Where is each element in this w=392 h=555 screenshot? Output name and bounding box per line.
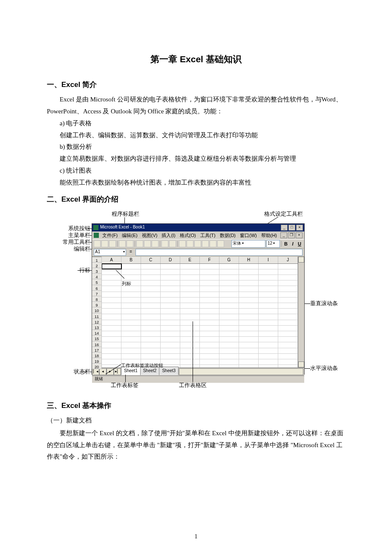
column-header[interactable]: I [259,257,278,263]
cell[interactable] [102,275,121,280]
cell[interactable] [200,331,219,336]
cell[interactable] [121,354,141,359]
undo-button[interactable] [161,240,168,247]
cell[interactable] [161,292,180,297]
cell[interactable] [239,275,259,280]
cell[interactable] [259,269,278,275]
cell[interactable] [180,359,200,364]
cell[interactable] [141,326,161,331]
save-button[interactable] [109,240,116,247]
cell[interactable] [200,269,219,275]
cell[interactable] [219,365,239,367]
cell[interactable] [200,298,219,303]
cell[interactable] [121,269,141,275]
cell[interactable] [102,309,121,314]
cell[interactable] [180,326,200,331]
sort-desc-button[interactable] [202,240,209,247]
row-header[interactable]: 19 [92,358,101,364]
row-header[interactable]: 8 [92,296,101,302]
cell[interactable] [180,348,200,353]
cell[interactable] [161,354,180,359]
cell[interactable] [161,348,180,353]
menu-view[interactable]: 视图(V) [140,231,159,240]
cell[interactable] [200,354,219,359]
cell[interactable] [219,314,239,319]
cell[interactable] [259,298,278,303]
cell[interactable] [161,342,180,347]
cell[interactable] [239,314,259,319]
cell[interactable] [141,275,161,280]
row-header[interactable]: 13 [92,324,101,330]
cell[interactable] [200,314,219,319]
cell[interactable] [102,298,121,303]
chart-button[interactable] [210,240,216,247]
cell-grid[interactable] [102,264,298,367]
cell[interactable] [259,342,278,347]
cell[interactable] [102,348,121,353]
cell[interactable] [239,280,259,286]
cell[interactable] [180,280,200,286]
row-header[interactable]: 9 [92,302,101,307]
cell[interactable] [239,365,259,367]
cell[interactable] [259,337,278,342]
close-button[interactable]: × [296,225,303,231]
cell[interactable] [200,309,219,314]
cell[interactable] [141,331,161,336]
cell[interactable] [141,298,161,303]
column-header[interactable]: C [141,257,161,263]
doc-minimize-button[interactable]: _ [280,232,287,238]
cell[interactable] [278,354,298,359]
cell[interactable] [141,337,161,342]
cell[interactable] [278,280,298,286]
copy-button[interactable] [144,240,151,247]
cell[interactable] [239,326,259,331]
cell[interactable] [239,354,259,359]
cell[interactable] [102,326,121,331]
cell[interactable] [180,320,200,325]
cell[interactable] [180,303,200,308]
cell[interactable] [180,269,200,275]
menu-format[interactable]: 格式(O) [178,231,198,240]
cell[interactable] [141,342,161,347]
column-header[interactable]: J [278,257,298,263]
cell[interactable] [278,269,298,275]
cell[interactable] [200,292,219,297]
horizontal-scrollbar[interactable] [179,368,303,375]
cell[interactable] [141,264,161,269]
cell[interactable] [278,331,298,336]
cell[interactable] [239,320,259,325]
cell[interactable] [239,298,259,303]
cell[interactable] [102,359,121,364]
row-header[interactable]: 1 [92,257,101,263]
cell[interactable] [278,303,298,308]
cell[interactable] [200,337,219,342]
cell[interactable] [259,292,278,297]
cell[interactable] [239,348,259,353]
cell[interactable] [219,342,239,347]
maximize-button[interactable]: □ [288,225,295,231]
underline-button[interactable]: U [297,240,303,247]
cell[interactable] [180,365,200,367]
cell[interactable] [219,337,239,342]
row-header[interactable]: 18 [92,353,101,358]
cell[interactable] [180,264,200,269]
cell[interactable] [259,264,278,269]
formula-input[interactable] [135,249,303,256]
cell[interactable] [102,303,121,308]
cell[interactable] [102,280,121,286]
cell[interactable] [161,314,180,319]
name-box[interactable]: A1 ▾ [94,249,126,256]
cell[interactable] [239,342,259,347]
cell[interactable] [219,326,239,331]
cell[interactable] [141,314,161,319]
redo-button[interactable] [169,240,176,247]
cell[interactable] [121,292,141,297]
column-header[interactable]: B [121,257,141,263]
cell[interactable] [102,337,121,342]
cell[interactable] [278,286,298,291]
cell[interactable] [219,292,239,297]
cell[interactable] [141,309,161,314]
row-header[interactable]: 20 [92,364,101,369]
cell[interactable] [102,354,121,359]
cell[interactable] [121,348,141,353]
